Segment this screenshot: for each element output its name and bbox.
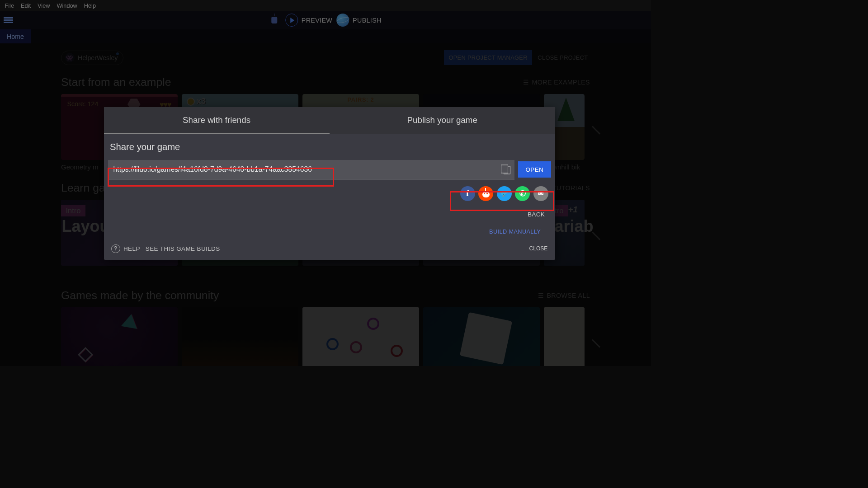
email-icon: ✉ — [538, 189, 544, 197]
build-manually-link[interactable]: BUILD MANUALLY — [108, 228, 541, 235]
share-facebook-button[interactable]: f — [460, 186, 475, 201]
share-modal: Share with friends Publish your game Sha… — [104, 107, 555, 260]
close-button[interactable]: CLOSE — [529, 245, 548, 252]
reddit-icon — [481, 189, 491, 198]
share-reddit-button[interactable] — [478, 186, 493, 201]
whatsapp-icon: ✆ — [519, 189, 526, 198]
help-icon: ? — [111, 244, 120, 253]
see-game-builds-link[interactable]: SEE THIS GAME BUILDS — [146, 245, 220, 252]
tab-publish-your-game[interactable]: Publish your game — [330, 107, 555, 134]
share-twitter-button[interactable]: 🐦 — [497, 186, 512, 201]
share-whatsapp-button[interactable]: ✆ — [515, 186, 530, 201]
tab-share-with-friends[interactable]: Share with friends — [104, 107, 330, 134]
facebook-icon: f — [466, 188, 469, 198]
open-button[interactable]: OPEN — [518, 161, 551, 178]
modal-title: Share your game — [110, 142, 551, 152]
share-email-button[interactable]: ✉ — [533, 186, 548, 201]
help-link[interactable]: HELP — [123, 245, 140, 252]
twitter-icon: 🐦 — [500, 189, 509, 197]
share-url-input[interactable] — [108, 160, 515, 179]
back-button[interactable]: BACK — [528, 211, 545, 218]
copy-icon[interactable] — [501, 165, 510, 174]
